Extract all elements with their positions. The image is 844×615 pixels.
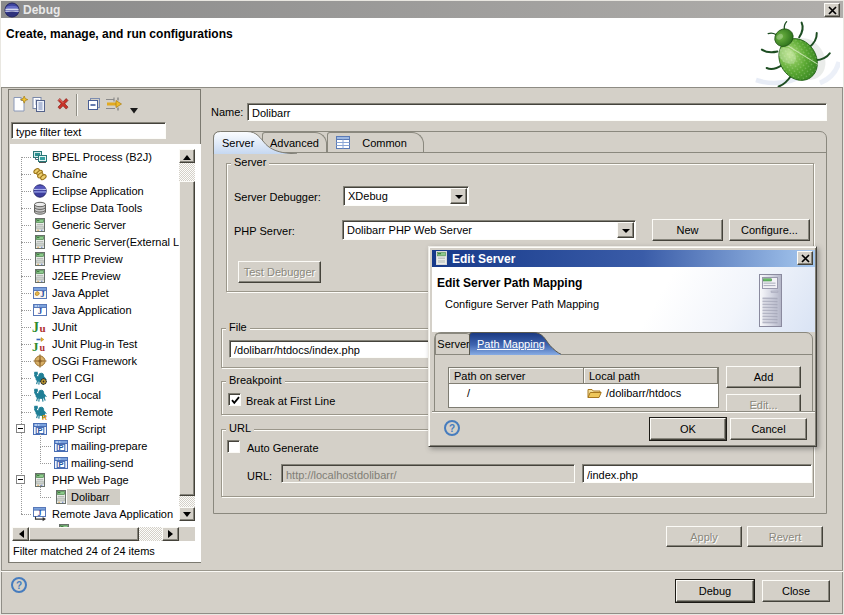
break-first-line-checkbox[interactable] [228, 393, 241, 406]
configure-server-button[interactable]: Configure... [729, 219, 810, 241]
tree-item-mailing-send[interactable]: Pmailing-send [10, 455, 201, 472]
tree-item-label: Eclipse Application [52, 185, 144, 197]
delete-icon [54, 95, 72, 115]
cancel-button[interactable]: Cancel [730, 418, 807, 440]
tree-item-cha-ne[interactable]: Chaîne [10, 166, 201, 183]
tree-collapse-toggle[interactable] [16, 424, 25, 433]
tree-item-j2ee-preview[interactable]: J2EE Preview [10, 268, 201, 285]
tab-server[interactable]: Server [213, 130, 297, 154]
edit-server-close-button[interactable] [797, 251, 813, 265]
tree-item-label: Remote Java Application [52, 508, 173, 520]
filter-configurations-button[interactable] [104, 95, 124, 115]
name-input[interactable] [247, 103, 827, 121]
tree-item-osgi-framework[interactable]: OSGi Framework [10, 353, 201, 370]
tree-item-remote-java-application[interactable]: J Remote Java Application [10, 506, 201, 523]
tree-guide-stub [40, 446, 51, 447]
tree-item-perl-remote[interactable]: RPerl Remote [10, 404, 201, 421]
tab-dlg-server[interactable]: Server [435, 333, 472, 354]
delete-configuration-button[interactable] [53, 95, 73, 115]
help-button[interactable]: ? [11, 577, 27, 593]
tree-scroll-down-button[interactable] [179, 507, 195, 521]
tree-item-bpel-process-b2j-[interactable]: BPEL Process (B2J) [10, 149, 201, 166]
edit-server-subheading: Configure Server Path Mapping [445, 298, 599, 310]
tab-path-mapping[interactable]: Path Mapping [469, 331, 561, 355]
add-mapping-button[interactable]: Add [726, 366, 801, 388]
server-group-label: Server [231, 157, 269, 168]
tree-item-http-preview[interactable]: HTTP Preview [10, 251, 201, 268]
window-close-button[interactable] [824, 3, 840, 17]
eclipse-app-icon [32, 183, 48, 199]
tree-item-junit-plug-in-test[interactable]: J u JUnit Plug-in Test [10, 336, 201, 353]
tree-item-label: Java Application [52, 304, 132, 316]
combo-arrow-icon[interactable] [450, 188, 467, 204]
tree-hscroll-thumb[interactable] [29, 527, 139, 541]
server-small-icon [435, 251, 448, 267]
column-header-local-path[interactable]: Local path [584, 368, 718, 384]
tree-item-label: Chaîne [52, 168, 87, 180]
tree-item-junit[interactable]: J uJUnit [10, 319, 201, 336]
cell-path-on-server: / [467, 387, 470, 399]
tree-item-generic-server[interactable]: Generic Server [10, 217, 201, 234]
php-server-combo[interactable]: Dolibarr PHP Web Server [342, 220, 636, 240]
url-path-input[interactable] [582, 464, 812, 483]
filter-input[interactable] [11, 122, 166, 139]
dialog-header-banner: Create, manage, and run configurations [1, 18, 843, 88]
tree-item-java-application[interactable]: JJava Application [10, 302, 201, 319]
tree-guide-stub [21, 344, 31, 345]
combo-arrow-icon[interactable] [617, 222, 634, 238]
tree-vscroll-track[interactable] [179, 163, 195, 181]
filter-menu-button[interactable] [129, 100, 139, 120]
server-debugger-combo[interactable]: XDebug [343, 186, 469, 206]
tree-item-generic-server-external-la[interactable]: Generic Server(External La [10, 234, 201, 251]
svg-text:R: R [42, 414, 47, 420]
debug-button[interactable]: Debug [676, 580, 754, 602]
tree-item-label: Generic Server(External La [52, 236, 185, 248]
svg-text:J: J [38, 306, 43, 316]
dialog-help-button[interactable]: ? [444, 420, 460, 436]
test-debugger-button[interactable]: Test Debugger [238, 261, 321, 283]
tree-guide-stub [40, 463, 51, 464]
tree-item-mailing-prepare[interactable]: Pmailing-prepare [10, 438, 201, 455]
tree-item-label: HTTP Preview [52, 253, 123, 265]
auto-generate-checkbox[interactable] [227, 440, 240, 453]
close-button[interactable]: Close [762, 580, 830, 602]
tree-item-perl-cgi[interactable]: Perl CGI [10, 370, 201, 387]
tree-item-perl-local[interactable]: Perl Local [10, 387, 201, 404]
tree-guide-stub [21, 310, 31, 311]
tree-collapse-toggle[interactable] [16, 475, 25, 484]
svg-text:u: u [40, 342, 46, 353]
tree-scroll-up-button[interactable] [179, 149, 195, 163]
ok-button[interactable]: OK [650, 418, 726, 440]
tree-item-php-web-page[interactable]: PHP Web Page [10, 472, 201, 489]
url-base-input [281, 464, 575, 483]
tree-item-label: PHP Script [52, 423, 106, 435]
server-debugger-label: Server Debugger: [234, 191, 321, 203]
tree-vscroll-thumb[interactable] [179, 181, 195, 496]
tree-guide-stub [21, 514, 31, 515]
tree-item-eclipse-data-tools[interactable]: Eclipse Data Tools [10, 200, 201, 217]
tree-hscroll-track[interactable] [139, 527, 162, 541]
tree-item-java-applet[interactable]: JJava Applet [10, 285, 201, 302]
tree-item-dolibarr[interactable]: Dolibarr [10, 489, 201, 506]
tree-scroll-right-button[interactable] [162, 527, 179, 541]
column-header-path-on-server[interactable]: Path on server [449, 368, 584, 384]
edit-server-dialog: Edit Server Edit Server Path Mapping Con… [428, 246, 817, 447]
debug-configurations-window: Debug Create, manage, and run configurat… [0, 0, 844, 615]
launch-types-tree: BPEL Process (B2J) Chaîne Eclipse Applic… [10, 144, 201, 562]
collapse-all-button[interactable] [84, 95, 104, 115]
path-mapping-row[interactable]: / /dolibarr/htdocs [449, 385, 718, 401]
new-server-button[interactable]: New [652, 219, 723, 241]
tree-scroll-left-button[interactable] [12, 527, 29, 541]
tree-guide-stub [40, 497, 51, 498]
tree-item-label: Generic Server [52, 219, 126, 231]
apply-button[interactable]: Apply [666, 526, 742, 547]
duplicate-configuration-button[interactable] [29, 95, 49, 115]
tree-vscroll-track2[interactable] [179, 496, 195, 507]
tree-item-label: Eclipse Data Tools [52, 202, 142, 214]
tree-item-php-script[interactable]: PPHP Script [10, 421, 201, 438]
tab-common[interactable]: Common [327, 132, 424, 153]
svg-text:J: J [38, 509, 42, 518]
tree-item-eclipse-application[interactable]: Eclipse Application [10, 183, 201, 200]
new-configuration-button[interactable] [10, 95, 30, 115]
revert-button[interactable]: Revert [747, 526, 823, 547]
